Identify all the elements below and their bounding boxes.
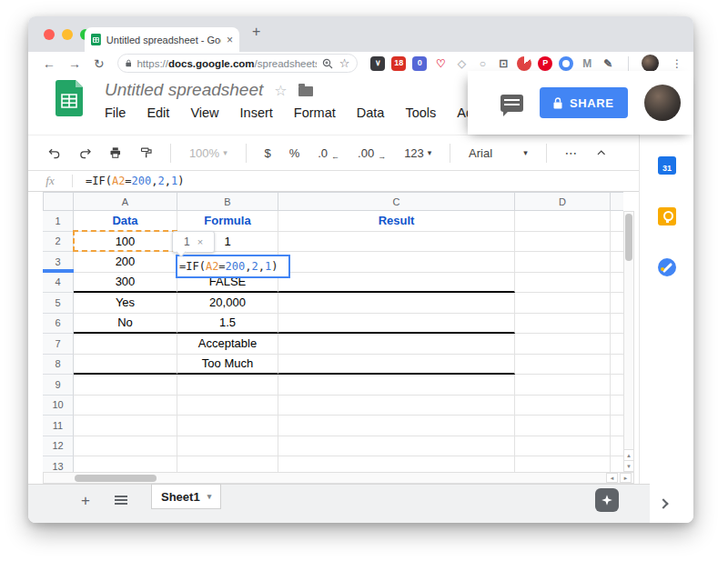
- cell-E12[interactable]: [611, 436, 623, 457]
- share-button[interactable]: SHARE: [540, 87, 628, 118]
- blue-ring-extension-icon[interactable]: [559, 56, 573, 71]
- cell-C4[interactable]: [278, 273, 515, 294]
- explore-button[interactable]: [595, 488, 619, 512]
- cell-b3-formula-editor[interactable]: =IF(A2=200,2,1): [176, 255, 290, 278]
- cell-D7[interactable]: [515, 334, 611, 355]
- tasks-icon[interactable]: [658, 258, 676, 276]
- column-header-partial[interactable]: [611, 192, 623, 211]
- user-avatar[interactable]: [644, 85, 681, 121]
- forward-icon[interactable]: →: [68, 57, 81, 70]
- menu-view[interactable]: View: [190, 105, 218, 120]
- menu-edit[interactable]: Edit: [147, 105, 169, 120]
- format-percent-button[interactable]: %: [289, 146, 300, 160]
- horizontal-scrollbar[interactable]: ◄ ►: [43, 472, 634, 484]
- column-header-C[interactable]: C: [278, 192, 515, 211]
- star-document-icon[interactable]: ☆: [274, 82, 287, 99]
- cell-B7[interactable]: Acceptable: [177, 334, 278, 355]
- cell-C13[interactable]: [278, 456, 515, 472]
- cell-E8[interactable]: [611, 355, 623, 376]
- bookmark-star-icon[interactable]: ☆: [339, 57, 350, 69]
- row-header-5[interactable]: 5: [43, 293, 74, 314]
- cell-C12[interactable]: [278, 436, 515, 457]
- cell-D6[interactable]: [515, 314, 611, 335]
- undo-icon[interactable]: [48, 145, 61, 161]
- row-header-9[interactable]: 9: [43, 375, 74, 396]
- cell-D9[interactable]: [515, 375, 611, 396]
- row-header-13[interactable]: 13: [43, 456, 74, 472]
- cell-D11[interactable]: [515, 416, 611, 436]
- row-header-7[interactable]: 7: [43, 334, 74, 355]
- medium-extension-icon[interactable]: M: [580, 56, 594, 71]
- menu-data[interactable]: Data: [357, 105, 385, 120]
- sheets-logo-icon[interactable]: [56, 80, 83, 116]
- document-title[interactable]: Untitled spreadsheet: [105, 80, 263, 100]
- cell-D4[interactable]: [515, 273, 611, 294]
- back-icon[interactable]: ←: [43, 57, 56, 70]
- cell-A7[interactable]: [74, 334, 177, 355]
- badge-0-extension-icon[interactable]: 0: [412, 56, 427, 71]
- url-bar[interactable]: https://docs.google.com/spreadsheets/d/1…: [117, 54, 359, 73]
- pinterest-extension-icon[interactable]: P: [538, 56, 552, 71]
- badge-18-extension-icon[interactable]: 18: [391, 56, 406, 71]
- horizontal-scroll-thumb[interactable]: [75, 475, 157, 482]
- cell-E4[interactable]: [611, 273, 623, 294]
- cell-D10[interactable]: [515, 396, 611, 416]
- print-icon[interactable]: [109, 145, 122, 161]
- format-currency-button[interactable]: $: [264, 146, 270, 160]
- cell-E10[interactable]: [611, 396, 623, 416]
- new-tab-button[interactable]: +: [252, 24, 260, 40]
- cell-C8[interactable]: [278, 355, 515, 376]
- cell-B12[interactable]: [177, 436, 278, 457]
- cell-A12[interactable]: [74, 436, 177, 457]
- keep-icon[interactable]: [658, 207, 676, 225]
- cell-A3[interactable]: 200: [74, 252, 177, 273]
- select-all-corner[interactable]: [43, 192, 74, 211]
- sheet-tab-sheet1[interactable]: Sheet1 ▾: [151, 484, 221, 509]
- all-sheets-icon[interactable]: [115, 496, 127, 497]
- tab-close-icon[interactable]: ×: [227, 34, 233, 46]
- cell-E13[interactable]: [611, 456, 623, 472]
- cell-B8[interactable]: Too Much: [177, 355, 278, 376]
- minimize-window-button[interactable]: [62, 29, 73, 40]
- cell-E11[interactable]: [611, 416, 623, 436]
- menu-tools[interactable]: Tools: [405, 105, 436, 120]
- cell-C6[interactable]: [278, 314, 515, 335]
- row-header-10[interactable]: 10: [43, 396, 74, 416]
- cell-E5[interactable]: [611, 293, 623, 314]
- cell-A5[interactable]: Yes: [74, 293, 177, 314]
- cell-A9[interactable]: [74, 375, 177, 396]
- column-header-B[interactable]: B: [177, 192, 278, 211]
- cell-A13[interactable]: [74, 456, 177, 472]
- cell-A6[interactable]: No: [74, 314, 177, 335]
- calendar-icon[interactable]: 31: [658, 156, 676, 175]
- cell-D2[interactable]: [515, 232, 611, 253]
- scroll-up-icon[interactable]: ▲: [624, 449, 633, 460]
- cell-A11[interactable]: [74, 416, 177, 436]
- cell-B13[interactable]: [177, 456, 278, 472]
- row-header-8[interactable]: 8: [43, 355, 74, 376]
- cell-C9[interactable]: [278, 375, 515, 396]
- pen-extension-icon[interactable]: ✎: [601, 56, 615, 71]
- cell-B6[interactable]: 1.5: [177, 314, 278, 335]
- cell-B10[interactable]: [177, 396, 278, 416]
- comments-icon[interactable]: [500, 95, 523, 112]
- decrease-decimal-button[interactable]: .0←: [318, 146, 339, 160]
- cell-A4[interactable]: 300: [74, 273, 177, 294]
- row-header-11[interactable]: 11: [43, 416, 74, 436]
- cell-A1[interactable]: Data: [74, 211, 177, 232]
- heart-extension-icon[interactable]: ♡: [433, 56, 448, 71]
- redo-icon[interactable]: [79, 145, 92, 161]
- row-header-6[interactable]: 6: [43, 314, 74, 335]
- cell-E1[interactable]: [611, 211, 623, 232]
- menu-format[interactable]: Format: [294, 105, 336, 120]
- circle-outline-extension-icon[interactable]: ○: [475, 56, 490, 71]
- cell-B9[interactable]: [177, 375, 278, 396]
- browser-profile-avatar[interactable]: [642, 55, 659, 72]
- cell-B1[interactable]: Formula: [177, 211, 278, 232]
- close-window-button[interactable]: [44, 29, 55, 40]
- cell-D5[interactable]: [515, 293, 611, 314]
- cast-extension-icon[interactable]: ⊡: [496, 56, 511, 71]
- cell-E9[interactable]: [611, 375, 623, 396]
- cell-A8[interactable]: [74, 355, 177, 376]
- zoom-select[interactable]: 100%▾: [189, 146, 228, 160]
